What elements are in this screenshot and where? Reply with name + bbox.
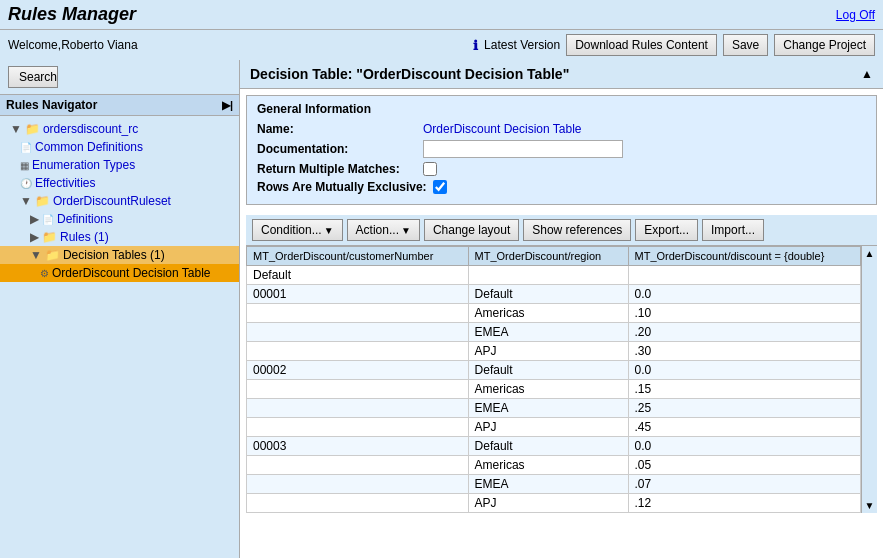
tree-item-rules[interactable]: ▶ 📁 Rules (1) [0,228,239,246]
scroll-down-btn[interactable]: ▼ [862,500,877,511]
documentation-input[interactable] [423,140,623,158]
table-row: 00002Default0.0 [247,361,861,380]
action-button[interactable]: Action... ▼ [347,219,420,241]
table-row: Americas.10 [247,304,861,323]
condition-button[interactable]: Condition... ▼ [252,219,343,241]
folder-icon: 📁 [45,248,60,262]
table-cell: Default [247,266,469,285]
general-info-title: General Information [257,102,866,116]
table-cell: .05 [628,456,861,475]
dt-toolbar: Condition... ▼ Action... ▼ Change layout… [246,215,877,246]
table-row: Americas.15 [247,380,861,399]
table-cell [247,304,469,323]
general-info-section: General Information Name: OrderDiscount … [246,95,877,205]
tree-label[interactable]: OrderDiscountRuleset [53,194,171,208]
tree-arrow-icon[interactable]: ▼ [30,248,42,262]
change-layout-button[interactable]: Change layout [424,219,519,241]
table-cell: .30 [628,342,861,361]
return-multiple-checkbox[interactable] [423,162,437,176]
tree-arrow-icon[interactable]: ▼ [10,122,22,136]
table-cell [247,323,469,342]
scroll-up-arrow[interactable]: ▲ [861,67,873,81]
content-area: General Information Name: OrderDiscount … [240,89,883,558]
export-button[interactable]: Export... [635,219,698,241]
table-cell: 0.0 [628,285,861,304]
log-off-link[interactable]: Log Off [836,8,875,22]
tree-label[interactable]: Rules (1) [60,230,109,244]
tree-label[interactable]: Effectivities [35,176,95,190]
tree-label[interactable]: ordersdiscount_rc [43,122,138,136]
table-cell [247,380,469,399]
table-cell: .10 [628,304,861,323]
action-label: Action... [356,223,399,237]
table-cell: Americas [468,456,628,475]
search-button[interactable]: Search [8,66,58,88]
tree-label[interactable]: Definitions [57,212,113,226]
table-cell: EMEA [468,323,628,342]
tree-label[interactable]: OrderDiscount Decision Table [52,266,211,280]
tree-item-decision-tables[interactable]: ▼ 📁 Decision Tables (1) [0,246,239,264]
tree-item-effectivities[interactable]: 🕐 Effectivities [0,174,239,192]
tree-arrow-icon[interactable]: ▶ [30,230,39,244]
table-cell [247,399,469,418]
latest-version-label: Latest Version [484,38,560,52]
rows-exclusive-checkbox[interactable] [433,180,447,194]
name-field-row: Name: OrderDiscount Decision Table [257,122,866,136]
table-cell [247,456,469,475]
table-cell: APJ [468,342,628,361]
clock-icon: 🕐 [20,178,32,189]
tree-label[interactable]: Common Definitions [35,140,143,154]
table-cell: Default [468,437,628,456]
table-row: APJ.30 [247,342,861,361]
download-rules-button[interactable]: Download Rules Content [566,34,717,56]
condition-label: Condition... [261,223,322,237]
tree-label[interactable]: Enumeration Types [32,158,135,172]
col-header-discount: MT_OrderDiscount/discount = {double} [628,247,861,266]
save-button[interactable]: Save [723,34,768,56]
return-multiple-field-row: Return Multiple Matches: [257,162,866,176]
documentation-field-row: Documentation: [257,140,866,158]
table-cell [247,342,469,361]
decision-table: MT_OrderDiscount/customerNumber MT_Order… [246,246,861,513]
table-cell: EMEA [468,475,628,494]
tree-item-order-discount-dt[interactable]: ⚙ OrderDiscount Decision Table [0,264,239,282]
action-arrow-icon: ▼ [401,225,411,236]
rows-exclusive-label: Rows Are Mutually Exclusive: [257,180,427,194]
table-cell [247,475,469,494]
table-cell [247,494,469,513]
tree-label[interactable]: Decision Tables (1) [63,248,165,262]
nav-expand-icon[interactable]: ▶| [222,99,233,112]
tree-item-order-discount-ruleset[interactable]: ▼ 📁 OrderDiscountRuleset [0,192,239,210]
return-multiple-label: Return Multiple Matches: [257,162,417,176]
table-row: APJ.45 [247,418,861,437]
show-references-button[interactable]: Show references [523,219,631,241]
table-cell: Default [468,361,628,380]
tree-item-common-defs[interactable]: 📄 Common Definitions [0,138,239,156]
import-button[interactable]: Import... [702,219,764,241]
table-row: EMEA.20 [247,323,861,342]
folder-icon: 📁 [25,122,40,136]
table-row: EMEA.07 [247,475,861,494]
scroll-up-btn[interactable]: ▲ [862,248,877,259]
info-icon: ℹ [473,38,478,53]
tree-item-definitions[interactable]: ▶ 📄 Definitions [0,210,239,228]
sub-header-right: ℹ Latest Version Download Rules Content … [473,34,875,56]
table-row: Americas.05 [247,456,861,475]
page-title: Decision Table: "OrderDiscount Decision … [250,66,569,82]
table-cell: .07 [628,475,861,494]
tree-item-enum-types[interactable]: ▦ Enumeration Types [0,156,239,174]
nav-tree: ▼ 📁 ordersdiscount_rc 📄 Common Definitio… [0,116,239,558]
table-cell: 0.0 [628,361,861,380]
rules-navigator-title: Rules Navigator [6,98,97,112]
rules-navigator-header: Rules Navigator ▶| [0,94,239,116]
tree-item-ordersdiscount-rc[interactable]: ▼ 📁 ordersdiscount_rc [0,120,239,138]
tree-arrow-icon[interactable]: ▶ [30,212,39,226]
table-scrollbar[interactable]: ▲ ▼ [861,246,877,513]
decision-table-scroll[interactable]: MT_OrderDiscount/customerNumber MT_Order… [246,246,861,513]
table-cell [628,266,861,285]
left-nav: Search Rules Navigator ▶| ▼ 📁 ordersdisc… [0,60,240,558]
col-header-region: MT_OrderDiscount/region [468,247,628,266]
change-project-button[interactable]: Change Project [774,34,875,56]
table-row: Default [247,266,861,285]
tree-arrow-icon[interactable]: ▼ [20,194,32,208]
